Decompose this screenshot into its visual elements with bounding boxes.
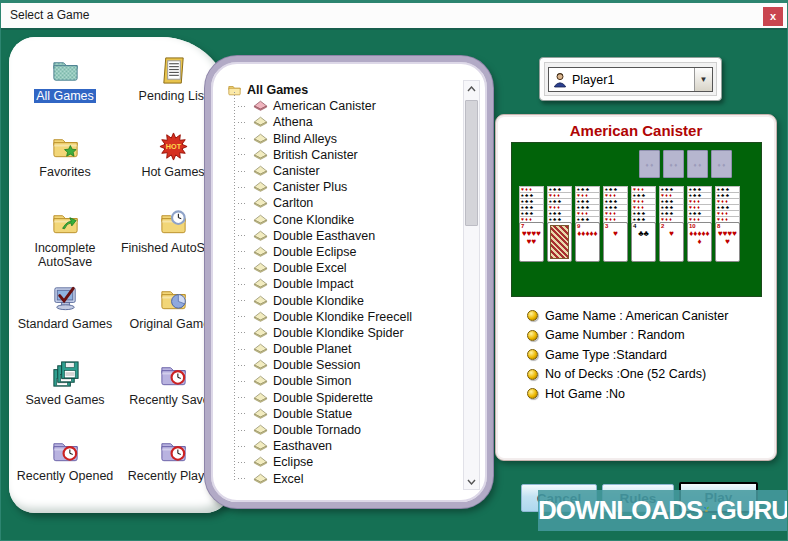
tree-item-double-spiderette[interactable]: Double Spiderette — [234, 390, 455, 406]
free-cell-placeholder: ♦ ♦ — [687, 150, 708, 178]
tree-item-double-klondike[interactable]: Double Klondike — [234, 292, 455, 308]
scroll-thumb[interactable] — [465, 100, 478, 226]
close-icon: x — [770, 10, 776, 22]
game-card-icon — [253, 213, 268, 227]
sidebar-item-label: Standard Games — [18, 317, 113, 331]
folder-star-icon — [50, 131, 81, 162]
game-card-icon — [253, 472, 268, 486]
tree-item-double-klondike-freecell[interactable]: Double Klondike Freecell — [234, 309, 455, 325]
tree-item-label: Double Klondike — [273, 294, 364, 308]
tree-item-label: Athena — [273, 115, 313, 129]
tree-item-double-impact[interactable]: Double Impact — [234, 276, 455, 292]
bottom-card: 9♦♦♦♦♦ — [575, 222, 600, 262]
game-info-text: Game Type :Standard — [545, 348, 667, 362]
tree-item-eclipse[interactable]: Eclipse — [234, 454, 455, 470]
sidebar-item-standard-games[interactable]: Standard Games — [11, 279, 119, 355]
player-icon — [552, 72, 568, 88]
tree-item-easthaven[interactable]: Easthaven — [234, 438, 455, 454]
play-button[interactable]: Play — [679, 482, 758, 513]
floppy-stack-icon — [50, 359, 81, 390]
free-cell-placeholder: ♦ ♦ — [711, 150, 732, 178]
hot-burst-icon: HOT — [158, 131, 189, 162]
folder-clock-red-icon — [158, 435, 189, 466]
tree-item-canister-plus[interactable]: Canister Plus — [234, 179, 455, 195]
folder-clock-icon — [158, 207, 189, 238]
game-card-icon — [253, 196, 268, 210]
sidebar-item-label: Incomplete AutoSave — [11, 241, 119, 269]
sidebar-item-favorites[interactable]: Favorites — [11, 127, 119, 203]
player-dropdown-button[interactable]: ▼ — [694, 68, 712, 91]
game-card-icon — [253, 358, 268, 372]
tableau-column: ♠ ♣ ♣♥ ♦ ♦♠ ♣ ♣♠ ♣ ♣♥ ♦ ♦♥ ♦ ♦3♥ — [603, 187, 628, 262]
cancel-button[interactable]: Cancel — [521, 484, 597, 512]
tree-item-double-simon[interactable]: Double Simon — [234, 373, 455, 389]
bottom-card: 7♥♥♥♥♥♥ — [519, 222, 544, 262]
computer-check-icon — [50, 283, 81, 314]
sidebar-item-label: Original Games — [130, 317, 217, 331]
player-select-frame: Player1 ▼ — [539, 57, 722, 101]
title-bar: Select a Game x — [1, 1, 787, 28]
game-info-row: Game Number : Random — [527, 326, 728, 346]
rules-button[interactable]: Rules — [602, 484, 674, 512]
tree-item-athena[interactable]: Athena — [234, 114, 455, 130]
sidebar-item-saved-games[interactable]: Saved Games — [11, 355, 119, 431]
sidebar-item-incomplete-autosave[interactable]: Incomplete AutoSave — [11, 203, 119, 279]
tree-item-double-klondike-spider[interactable]: Double Klondike Spider — [234, 325, 455, 341]
sidebar-item-label: Hot Games — [141, 165, 204, 179]
tree-item-cone-klondike[interactable]: Cone Klondike — [234, 212, 455, 228]
close-button[interactable]: x — [763, 7, 783, 26]
folder-pie-icon — [158, 283, 189, 314]
tableau-column: ♠ ♣ ♣♠ ♣ ♣♥ ♦ ♦♥ ♦ ♦♠ ♣ ♣♥ ♦ ♦10♦♦♦♦♦♦ — [687, 187, 712, 262]
tree-item-label: Double Klondike Spider — [273, 326, 404, 340]
category-panel: All Games Pending List Favorites HOTHot … — [9, 37, 231, 513]
game-card-icon — [253, 455, 268, 469]
sidebar-item-all-games[interactable]: All Games — [11, 51, 119, 127]
player-combobox[interactable]: Player1 ▼ — [548, 67, 713, 92]
game-info-row: Hot Game :No — [527, 384, 728, 404]
tree-root-label: All Games — [247, 83, 308, 97]
tree-item-label: Double Planet — [273, 342, 352, 356]
folder-teal-icon — [50, 55, 81, 86]
tree-item-american-canister[interactable]: American Canister — [234, 98, 455, 114]
tree-item-label: Carlton — [273, 196, 313, 210]
gold-bullet-icon — [527, 388, 538, 399]
tree-item-label: Double Klondike Freecell — [273, 310, 412, 324]
tree-item-blind-alleys[interactable]: Blind Alleys — [234, 131, 455, 147]
tree-item-carlton[interactable]: Carlton — [234, 195, 455, 211]
tree-item-excel[interactable]: Excel — [234, 471, 455, 487]
bottom-card: 3♥ — [603, 222, 628, 262]
game-card-icon — [253, 342, 268, 356]
game-card-icon — [253, 407, 268, 421]
tree-item-double-tornado[interactable]: Double Tornado — [234, 422, 455, 438]
scroll-down-button[interactable] — [464, 474, 479, 489]
card-rank: 10 — [689, 223, 696, 230]
game-card-icon — [253, 439, 268, 453]
sidebar-item-recently-opened[interactable]: Recently Opened — [11, 431, 119, 507]
tree-item-label: Double Easthaven — [273, 229, 375, 243]
tree-item-double-session[interactable]: Double Session — [234, 357, 455, 373]
tableau-column: ♥ ♦ ♦♠ ♣ ♣♥ ♦ ♦♥ ♦ ♦♠ ♣ ♣♠ ♣ ♣4♣♣ — [631, 187, 656, 262]
tree-item-double-statue[interactable]: Double Statue — [234, 406, 455, 422]
scroll-up-button[interactable] — [464, 81, 479, 96]
tree-item-british-canister[interactable]: British Canister — [234, 147, 455, 163]
tree-item-label: Double Spiderette — [273, 391, 373, 405]
selected-game-card-icon — [253, 99, 268, 113]
scrollbar[interactable] — [463, 80, 480, 490]
card-rank: 4 — [633, 223, 636, 230]
preview-panel: American Canister ♦ ♦♦ ♦♦ ♦♦ ♦♥ ♦ ♦♠ ♣ ♣… — [495, 114, 777, 461]
gold-bullet-icon — [527, 310, 538, 321]
sidebar-item-label: Pending List — [139, 89, 208, 103]
tree-item-double-planet[interactable]: Double Planet — [234, 341, 455, 357]
game-card-icon — [253, 391, 268, 405]
tree-item-double-easthaven[interactable]: Double Easthaven — [234, 228, 455, 244]
tree-item-label: American Canister — [273, 99, 376, 113]
tree-item-double-eclipse[interactable]: Double Eclipse — [234, 244, 455, 260]
dialog-body: All Games Pending List Favorites HOTHot … — [1, 30, 787, 540]
game-info-text: No of Decks :One (52 Cards) — [545, 367, 706, 381]
tree-root-all-games[interactable]: All Games — [227, 82, 455, 98]
tree-item-double-excel[interactable]: Double Excel — [234, 260, 455, 276]
tree-item-label: Blind Alleys — [273, 132, 337, 146]
notepad-icon — [158, 55, 189, 86]
tree-item-canister[interactable]: Canister — [234, 163, 455, 179]
tree-item-label: Double Statue — [273, 407, 352, 421]
